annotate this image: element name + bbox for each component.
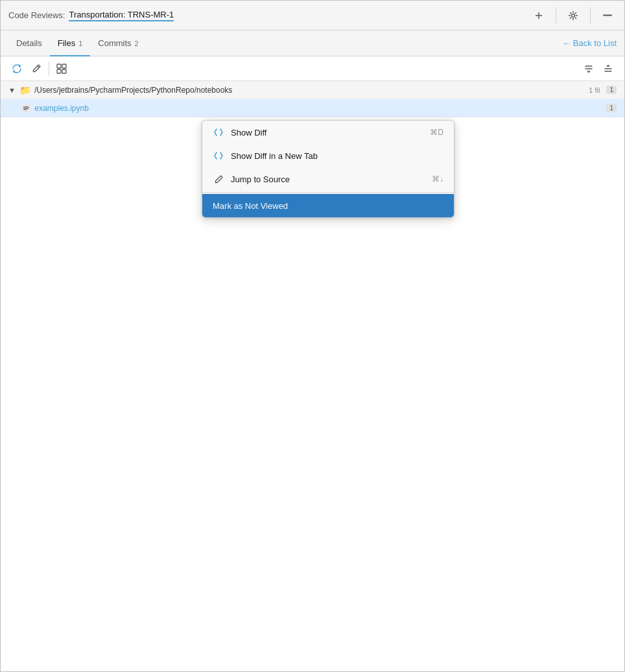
title-actions <box>530 6 617 25</box>
collapse-all-icon[interactable] <box>580 60 597 77</box>
file-area: ▼ 📁 /Users/jetbrains/PycharmProjects/Pyt… <box>1 81 624 671</box>
edit-icon[interactable] <box>28 60 45 77</box>
file-name: examples.ipynb <box>35 104 603 113</box>
back-to-list-button[interactable]: ← Back to List <box>562 38 617 48</box>
toolbar <box>1 56 624 81</box>
directory-path: /Users/jetbrains/PycharmProjects/PythonR… <box>34 86 585 95</box>
tab-commits-label: Commits <box>98 38 131 48</box>
collapse-arrow[interactable]: ▼ <box>8 86 16 94</box>
show-diff-new-tab-label: Show Diff in a New Tab <box>231 151 437 161</box>
directory-row[interactable]: ▼ 📁 /Users/jetbrains/PycharmProjects/Pyt… <box>1 81 624 99</box>
show-diff-shortcut: ⌘D <box>430 128 443 137</box>
project-title: Transportation: TRNS-MR-1 <box>69 10 174 21</box>
dir-file-count: 1 fil <box>589 86 600 94</box>
show-diff-icon <box>213 126 224 138</box>
menu-item-mark-not-viewed[interactable]: Mark as Not Viewed <box>202 194 454 217</box>
file-row[interactable]: IP examples.ipynb 1 <box>1 99 624 117</box>
show-diff-label: Show Diff <box>231 128 423 138</box>
settings-button[interactable] <box>564 6 582 25</box>
tabs-bar: Details Files 1 Commits 2 ← Back to List <box>1 30 624 56</box>
svg-rect-8 <box>62 69 66 73</box>
main-window: Code Reviews: Transportation: TRNS-MR-1 <box>0 0 625 672</box>
group-icon[interactable] <box>53 60 70 77</box>
tab-commits-badge: 2 <box>135 40 139 47</box>
context-menu: Show Diff ⌘D Show Diff in a New Tab <box>202 120 454 218</box>
title-divider <box>556 8 556 23</box>
svg-rect-6 <box>62 64 66 68</box>
svg-line-4 <box>37 66 39 68</box>
tab-commits[interactable]: Commits 2 <box>90 30 146 56</box>
minimize-button[interactable] <box>598 6 617 25</box>
svg-point-2 <box>572 14 575 17</box>
menu-item-show-diff-new-tab[interactable]: Show Diff in a New Tab <box>202 144 454 167</box>
menu-item-jump-to-source[interactable]: Jump to Source ⌘↓ <box>202 167 454 191</box>
jump-to-source-shortcut: ⌘↓ <box>432 174 443 184</box>
svg-rect-7 <box>57 69 61 73</box>
tab-files-badge: 1 <box>78 40 82 47</box>
svg-rect-5 <box>57 64 61 68</box>
jump-to-source-icon <box>213 173 224 185</box>
add-button[interactable] <box>530 6 548 25</box>
menu-separator <box>202 192 454 193</box>
toolbar-left <box>8 60 45 77</box>
file-comment-badge: 1 <box>606 104 617 112</box>
title-bar: Code Reviews: Transportation: TRNS-MR-1 <box>1 1 624 30</box>
jump-to-source-label: Jump to Source <box>231 174 425 184</box>
expand-all-icon[interactable] <box>600 60 617 77</box>
tab-details-label: Details <box>16 38 42 48</box>
dir-badge: 1 <box>606 86 617 94</box>
code-reviews-label: Code Reviews: <box>8 10 65 20</box>
tab-files-label: Files <box>58 38 75 48</box>
tab-files[interactable]: Files 1 <box>50 30 91 56</box>
back-to-list-label: ← Back to List <box>562 38 617 48</box>
toolbar-right <box>580 60 617 77</box>
mark-not-viewed-label: Mark as Not Viewed <box>213 201 443 211</box>
toolbar-divider <box>49 62 49 76</box>
tab-details[interactable]: Details <box>8 30 50 56</box>
menu-item-show-diff[interactable]: Show Diff ⌘D <box>202 121 454 144</box>
sync-icon[interactable] <box>8 60 25 77</box>
folder-icon: 📁 <box>19 85 30 95</box>
title-divider2 <box>590 8 591 23</box>
show-diff-new-tab-icon <box>213 150 224 162</box>
file-type-badge: IP <box>21 104 31 112</box>
